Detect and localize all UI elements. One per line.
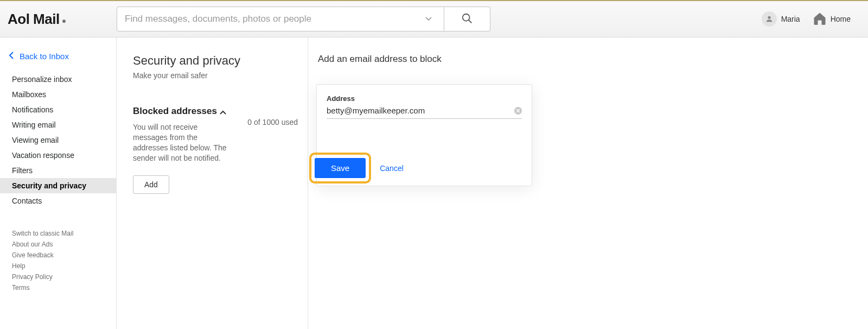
address-input[interactable] — [327, 106, 514, 115]
blocked-title: Blocked addresses — [133, 106, 220, 117]
back-to-inbox[interactable]: Back to Inbox — [0, 47, 116, 72]
footer-privacy[interactable]: Privacy Policy — [12, 271, 108, 282]
blocked-addresses-section: Blocked addresses You will not receive m… — [133, 106, 298, 194]
clear-input-icon[interactable] — [514, 107, 522, 115]
footer-classic[interactable]: Switch to classic Mail — [12, 228, 108, 239]
sidebar-item-label: Security and privacy — [12, 181, 86, 190]
search-button[interactable] — [444, 7, 490, 31]
sidebar-item-security[interactable]: Security and privacy — [0, 178, 116, 193]
address-card: Address Save Cancel — [316, 84, 532, 186]
address-label: Address — [327, 94, 522, 103]
panel-settings: Security and privacy Make your email saf… — [117, 37, 308, 329]
sidebar-item-notifications[interactable]: Notifications — [0, 102, 116, 117]
chevron-up-icon[interactable] — [220, 107, 226, 117]
user-area: Maria Home — [762, 11, 860, 28]
search-input[interactable] — [125, 14, 421, 24]
sidebar-item-label: Filters — [12, 166, 33, 175]
header: Aol Mail ● Maria Home — [0, 0, 868, 37]
home-link[interactable]: Home — [812, 11, 851, 28]
sidebar-item-mailboxes[interactable]: Mailboxes — [0, 87, 116, 102]
footer-help[interactable]: Help — [12, 261, 108, 271]
sidebar-item-writing[interactable]: Writing email — [0, 117, 116, 132]
sidebar-item-contacts[interactable]: Contacts — [0, 193, 116, 208]
cancel-link[interactable]: Cancel — [380, 164, 404, 173]
sidebar-item-label: Mailboxes — [12, 90, 46, 99]
search-icon — [461, 12, 473, 26]
search-caret-icon[interactable] — [421, 17, 436, 21]
search-box[interactable] — [117, 7, 444, 31]
add-block-title: Add an email address to block — [318, 54, 868, 65]
sidebar-footer: Switch to classic Mail About our Ads Giv… — [0, 208, 116, 293]
logo: Aol Mail ● — [8, 11, 100, 28]
save-button[interactable]: Save — [315, 158, 366, 178]
search-wrap — [117, 7, 490, 31]
sidebar-item-label: Notifications — [12, 105, 53, 114]
user-name: Maria — [781, 15, 800, 23]
sidebar-item-label: Viewing email — [12, 136, 59, 144]
logo-dot-icon: ● — [62, 16, 66, 25]
sidebar-item-filters[interactable]: Filters — [0, 163, 116, 178]
add-button[interactable]: Add — [133, 175, 169, 194]
sidebar-item-label: Contacts — [12, 197, 42, 205]
blocked-description: You will not receive messages from the a… — [133, 122, 232, 163]
save-label: Save — [331, 163, 349, 173]
sidebar-item-label: Vacation response — [12, 151, 74, 160]
panel-add-block: Add an email address to block Address Sa… — [308, 37, 868, 329]
logo-text: Aol Mail — [8, 11, 60, 28]
footer-feedback[interactable]: Give feedback — [12, 250, 108, 261]
sidebar-item-viewing[interactable]: Viewing email — [0, 132, 116, 148]
sidebar-item-vacation[interactable]: Vacation response — [0, 148, 116, 163]
home-icon — [812, 11, 827, 28]
back-label: Back to Inbox — [20, 52, 69, 61]
sidebar-item-label: Writing email — [12, 121, 56, 129]
footer-ads[interactable]: About our Ads — [12, 239, 108, 250]
svg-point-0 — [463, 14, 470, 21]
blocked-count: 0 of 1000 used — [238, 106, 298, 163]
page-subtitle: Make your email safer — [133, 71, 298, 80]
svg-point-2 — [768, 16, 770, 19]
back-arrow-icon — [9, 52, 14, 61]
sidebar-item-personalize[interactable]: Personalize inbox — [0, 72, 116, 87]
avatar[interactable] — [762, 11, 777, 27]
page-title: Security and privacy — [133, 54, 298, 68]
footer-terms[interactable]: Terms — [12, 282, 108, 293]
sidebar-item-label: Personalize inbox — [12, 75, 72, 84]
sidebar: Back to Inbox Personalize inbox Mailboxe… — [0, 37, 117, 329]
svg-line-1 — [469, 20, 472, 23]
home-label: Home — [831, 15, 851, 23]
